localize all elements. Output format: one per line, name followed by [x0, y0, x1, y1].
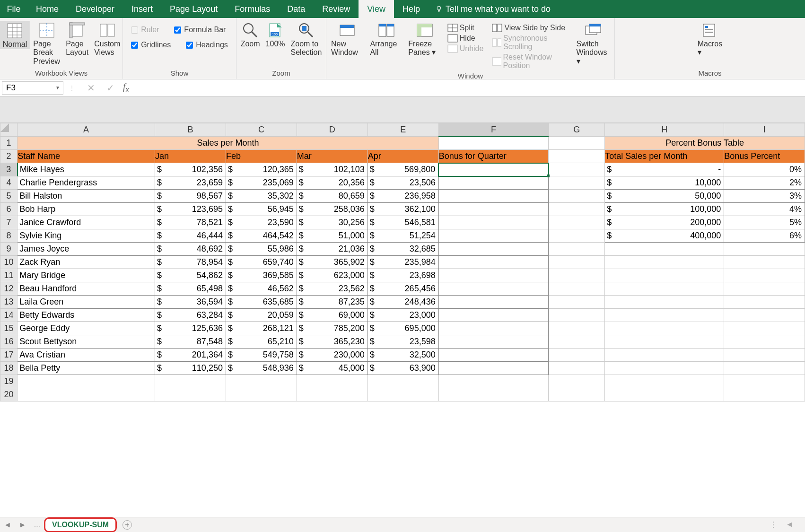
row-header-3[interactable]: 3: [0, 163, 18, 176]
cell[interactable]: $63,900: [368, 362, 438, 375]
row-header-8[interactable]: 8: [0, 229, 18, 243]
row-header-11[interactable]: 11: [0, 269, 18, 282]
col-header-F[interactable]: F: [438, 123, 549, 137]
staff-name-cell[interactable]: Charlie Pendergrass: [18, 176, 155, 190]
bonus-cell[interactable]: [438, 296, 549, 309]
cell[interactable]: $23,598: [368, 335, 438, 349]
gridlines-checkbox[interactable]: Gridlines: [128, 40, 174, 50]
col-header-I[interactable]: I: [724, 123, 805, 137]
bonus-cell[interactable]: [438, 216, 549, 229]
bonus-cell[interactable]: [438, 335, 549, 349]
cell[interactable]: [438, 388, 549, 401]
bonus-cell[interactable]: [438, 176, 549, 190]
cell[interactable]: $46,562: [226, 282, 297, 296]
cell[interactable]: [155, 375, 226, 388]
cell[interactable]: $30,256: [297, 216, 368, 229]
cell[interactable]: $235,069: [226, 176, 297, 190]
cell[interactable]: [605, 375, 724, 388]
bonus-percent-header[interactable]: Bonus Percent: [724, 150, 805, 163]
cell[interactable]: [368, 388, 438, 401]
view-side-button[interactable]: View Side by Side: [489, 23, 573, 33]
custom-views-button[interactable]: Custom Views: [91, 21, 123, 57]
cell[interactable]: $125,636: [155, 322, 226, 335]
staff-name-header[interactable]: Staff Name: [18, 150, 155, 163]
bonus-header[interactable]: Bonus for Quarter: [438, 150, 549, 163]
tell-me[interactable]: Tell me what you want to do: [429, 0, 557, 18]
cell[interactable]: [297, 388, 368, 401]
cell[interactable]: [549, 229, 605, 243]
sales-per-month-header[interactable]: Sales per Month: [18, 137, 439, 150]
cell[interactable]: $55,986: [226, 243, 297, 256]
mar-header[interactable]: Mar: [297, 150, 368, 163]
cell[interactable]: $32,500: [368, 349, 438, 362]
cell[interactable]: $549,758: [226, 349, 297, 362]
cell[interactable]: $695,000: [368, 322, 438, 335]
split-button[interactable]: Split: [445, 23, 487, 33]
col-header-C[interactable]: C: [226, 123, 297, 137]
col-header-E[interactable]: E: [368, 123, 438, 137]
cell[interactable]: [724, 362, 805, 375]
bonus-cell[interactable]: [438, 362, 549, 375]
cell[interactable]: $365,230: [297, 335, 368, 349]
cell[interactable]: $20,059: [226, 309, 297, 322]
cell[interactable]: [605, 322, 724, 335]
bonus-sales-cell[interactable]: $-: [605, 163, 724, 176]
row-header-2[interactable]: 2: [0, 150, 18, 163]
arrange-all-button[interactable]: Arrange All: [367, 21, 405, 57]
cell[interactable]: [605, 388, 724, 401]
bonus-pct-cell[interactable]: 3%: [724, 190, 805, 203]
cell[interactable]: [605, 243, 724, 256]
cell[interactable]: $23,506: [368, 176, 438, 190]
cell[interactable]: $23,000: [368, 309, 438, 322]
formula-input[interactable]: [132, 81, 805, 95]
bonus-pct-cell[interactable]: 0%: [724, 163, 805, 176]
cell[interactable]: $65,498: [155, 282, 226, 296]
row-header-10[interactable]: 10: [0, 256, 18, 269]
cell[interactable]: [18, 375, 155, 388]
cell[interactable]: [549, 322, 605, 335]
staff-name-cell[interactable]: Janice Crawford: [18, 216, 155, 229]
cell[interactable]: [549, 362, 605, 375]
tab-options-icon[interactable]: ⋮: [770, 520, 777, 529]
tab-help[interactable]: Help: [394, 0, 429, 18]
cell[interactable]: $20,356: [297, 176, 368, 190]
cell[interactable]: $258,036: [297, 203, 368, 216]
cell[interactable]: $46,444: [155, 229, 226, 243]
page-break-button[interactable]: Page Break Preview: [30, 21, 63, 66]
tab-home[interactable]: Home: [27, 0, 67, 18]
row-header-5[interactable]: 5: [0, 190, 18, 203]
cell[interactable]: $51,000: [297, 229, 368, 243]
cell[interactable]: $362,100: [368, 203, 438, 216]
cell[interactable]: [724, 296, 805, 309]
sheet-nav-more[interactable]: ...: [30, 521, 44, 529]
cell[interactable]: $369,585: [226, 269, 297, 282]
bonus-cell[interactable]: [438, 190, 549, 203]
cell[interactable]: [605, 256, 724, 269]
staff-name-cell[interactable]: George Eddy: [18, 322, 155, 335]
cell[interactable]: [724, 349, 805, 362]
col-header-D[interactable]: D: [297, 123, 368, 137]
cell[interactable]: $65,210: [226, 335, 297, 349]
cell[interactable]: $248,436: [368, 296, 438, 309]
row-header-7[interactable]: 7: [0, 216, 18, 229]
cell[interactable]: $36,594: [155, 296, 226, 309]
freeze-panes-button[interactable]: Freeze Panes ▾: [405, 21, 444, 57]
cell[interactable]: $265,456: [368, 282, 438, 296]
cell[interactable]: $48,692: [155, 243, 226, 256]
bonus-sales-cell[interactable]: $10,000: [605, 176, 724, 190]
staff-name-cell[interactable]: James Joyce: [18, 243, 155, 256]
headings-checkbox[interactable]: Headings: [183, 40, 231, 50]
cell[interactable]: [605, 282, 724, 296]
staff-name-cell[interactable]: Zack Ryan: [18, 256, 155, 269]
bonus-sales-cell[interactable]: $50,000: [605, 190, 724, 203]
chevron-down-icon[interactable]: ▼: [55, 85, 60, 90]
bonus-cell[interactable]: [438, 269, 549, 282]
bonus-sales-cell[interactable]: $200,000: [605, 216, 724, 229]
staff-name-cell[interactable]: Ava Cristian: [18, 349, 155, 362]
row-header-15[interactable]: 15: [0, 322, 18, 335]
staff-name-cell[interactable]: Bill Halston: [18, 190, 155, 203]
switch-windows-button[interactable]: Switch Windows ▾: [574, 21, 612, 66]
tab-formulas[interactable]: Formulas: [226, 0, 279, 18]
cell[interactable]: $54,862: [155, 269, 226, 282]
cell[interactable]: $102,103: [297, 163, 368, 176]
